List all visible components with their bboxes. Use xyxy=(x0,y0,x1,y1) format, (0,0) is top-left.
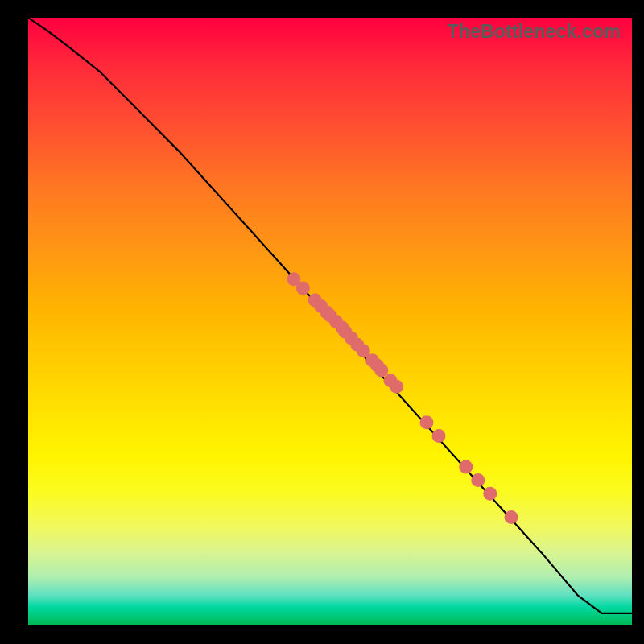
chart-svg xyxy=(28,18,632,625)
data-point xyxy=(483,487,497,501)
data-point xyxy=(505,510,518,524)
data-point xyxy=(459,460,473,473)
data-point xyxy=(432,429,446,443)
plot-area: TheBottleneck.com xyxy=(28,18,632,625)
data-point xyxy=(374,363,388,377)
data-point xyxy=(390,380,403,394)
data-point xyxy=(420,415,434,429)
data-point xyxy=(296,282,310,295)
chart-frame: TheBottleneck.com xyxy=(0,0,644,644)
data-point xyxy=(471,473,485,487)
